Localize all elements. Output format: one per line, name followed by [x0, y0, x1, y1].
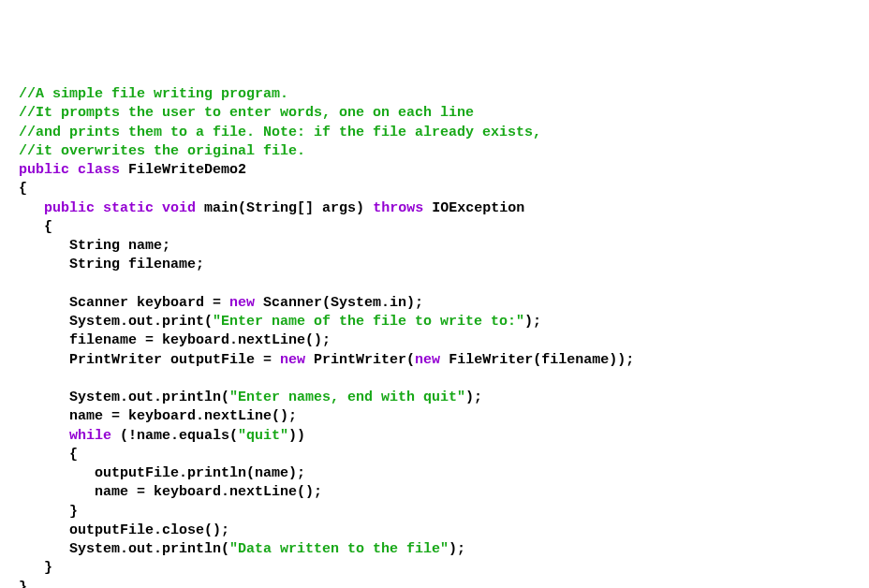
exception-type: IOException	[423, 200, 524, 216]
brace: }	[19, 580, 27, 589]
string-literal: "Enter name of the file to write to:"	[213, 314, 524, 330]
string-literal: "Enter names, end with quit"	[229, 390, 465, 405]
indent	[19, 465, 95, 481]
indent	[19, 295, 69, 311]
code-text	[69, 162, 78, 178]
keyword-throws: throws	[373, 200, 423, 216]
keyword-while: while	[69, 428, 111, 444]
indent	[19, 522, 69, 538]
brace: }	[44, 560, 52, 576]
code-text: FileWriter(filename));	[440, 352, 634, 368]
keyword-public: public	[19, 162, 69, 178]
keyword-static: static	[103, 200, 154, 216]
indent	[19, 408, 69, 424]
code-text: );	[524, 314, 541, 330]
method-call: outputFile.close();	[69, 522, 229, 538]
indent	[19, 314, 69, 330]
indent	[19, 560, 44, 576]
keyword-class: class	[78, 162, 120, 178]
indent	[19, 238, 69, 254]
indent	[19, 541, 69, 557]
indent	[19, 352, 69, 368]
code-text: ))	[288, 428, 305, 444]
method-signature: main(String[] args)	[196, 200, 373, 216]
indent	[19, 504, 69, 520]
code-text: Scanner keyboard =	[69, 295, 229, 311]
code-text: PrintWriter outputFile =	[69, 352, 280, 368]
code-text	[154, 200, 162, 216]
indent	[19, 390, 69, 405]
code-text: PrintWriter(	[305, 352, 415, 368]
keyword-public: public	[44, 200, 95, 216]
code-text	[95, 200, 103, 216]
assignment: name = keyboard.nextLine();	[95, 484, 322, 500]
comment-line: //and prints them to a file. Note: if th…	[19, 125, 541, 140]
assignment: name = keyboard.nextLine();	[69, 408, 297, 424]
var-declaration: String name;	[69, 238, 170, 254]
keyword-new: new	[415, 352, 440, 368]
indent	[19, 257, 69, 272]
indent	[19, 332, 69, 348]
class-name: FileWriteDemo2	[120, 162, 246, 178]
indent	[19, 484, 95, 500]
string-literal: "quit"	[238, 428, 288, 444]
comment-line: //It prompts the user to enter words, on…	[19, 105, 474, 121]
string-literal: "Data written to the file"	[229, 541, 449, 557]
assignment: filename = keyboard.nextLine();	[69, 332, 331, 348]
brace: }	[69, 504, 78, 520]
keyword-new: new	[229, 295, 255, 311]
comment-line: //it overwrites the original file.	[19, 143, 305, 159]
indent	[19, 447, 69, 463]
indent	[19, 428, 69, 444]
code-editor-content: //A simple file writing program. //It pr…	[19, 85, 850, 588]
code-text: );	[449, 541, 465, 557]
code-text: );	[465, 390, 482, 405]
code-text: System.out.println(	[69, 390, 229, 405]
keyword-void: void	[162, 200, 196, 216]
indent	[19, 219, 44, 235]
indent	[19, 200, 44, 216]
keyword-new: new	[280, 352, 305, 368]
brace: {	[44, 219, 52, 235]
brace: {	[19, 181, 27, 197]
code-text: System.out.print(	[69, 314, 213, 330]
var-declaration: String filename;	[69, 257, 204, 272]
method-call: outputFile.println(name);	[95, 465, 305, 481]
brace: {	[69, 447, 78, 463]
code-text: Scanner(System.in);	[255, 295, 423, 311]
comment-line: //A simple file writing program.	[19, 86, 288, 102]
code-text: System.out.println(	[69, 541, 229, 557]
code-text: (!name.equals(	[111, 428, 238, 444]
